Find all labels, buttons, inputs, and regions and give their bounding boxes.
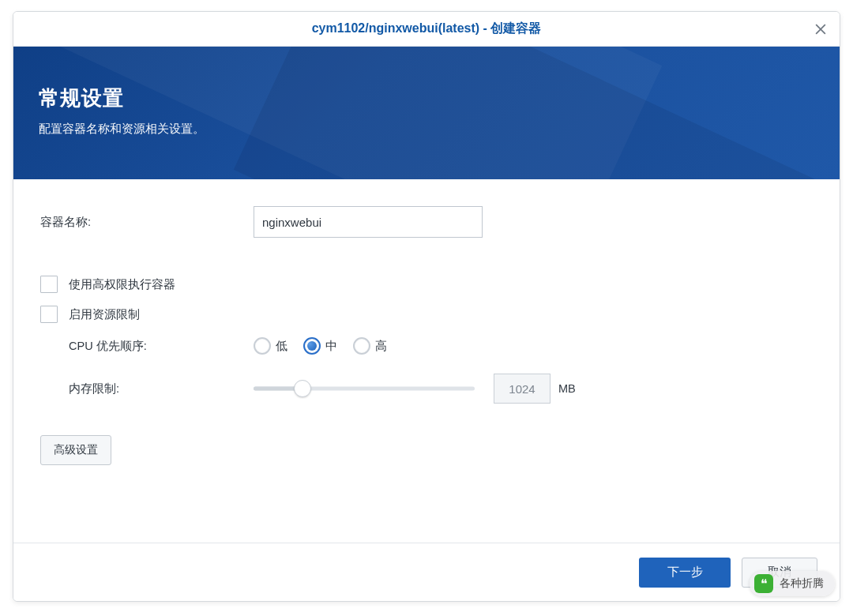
cpu-priority-high[interactable]: 高 bbox=[353, 337, 387, 355]
container-name-label: 容器名称: bbox=[40, 215, 254, 230]
privileged-checkbox-row: 使用高权限执行容器 bbox=[40, 276, 813, 293]
wechat-icon: ❝ bbox=[754, 574, 773, 593]
memory-limit-controls: 1024 MB bbox=[254, 374, 576, 404]
cpu-priority-radios: 低 中 高 bbox=[254, 337, 387, 355]
watermark-badge: ❝ 各种折腾 bbox=[750, 571, 835, 596]
container-name-row: 容器名称: bbox=[40, 206, 813, 238]
radio-icon bbox=[303, 337, 321, 355]
privileged-label: 使用高权限执行容器 bbox=[69, 277, 175, 292]
cpu-priority-row: CPU 优先顺序: 低 中 高 bbox=[40, 337, 813, 355]
radio-icon bbox=[254, 337, 271, 355]
memory-value-field[interactable]: 1024 bbox=[494, 374, 551, 404]
dialog-footer: 下一步 取消 bbox=[13, 543, 840, 601]
titlebar: cym1102/nginxwebui(latest) - 创建容器 bbox=[13, 12, 840, 47]
window-title: cym1102/nginxwebui(latest) - 创建容器 bbox=[312, 21, 542, 37]
slider-thumb-icon[interactable] bbox=[294, 380, 311, 397]
close-icon[interactable] bbox=[813, 21, 829, 37]
resource-limit-label: 启用资源限制 bbox=[69, 307, 140, 322]
memory-limit-label: 内存限制: bbox=[69, 381, 254, 396]
watermark-text: 各种折腾 bbox=[780, 577, 824, 591]
advanced-settings-button[interactable]: 高级设置 bbox=[40, 435, 111, 465]
radio-icon bbox=[353, 337, 370, 355]
form-body: 容器名称: 使用高权限执行容器 启用资源限制 CPU 优先顺序: 低 bbox=[13, 179, 840, 543]
resource-limit-checkbox[interactable] bbox=[40, 306, 58, 323]
privileged-checkbox[interactable] bbox=[40, 276, 58, 293]
cpu-priority-label: CPU 优先顺序: bbox=[69, 339, 254, 354]
memory-unit: MB bbox=[558, 382, 576, 395]
resource-limit-checkbox-row: 启用资源限制 bbox=[40, 306, 813, 323]
page-subtitle: 配置容器名称和资源相关设置。 bbox=[39, 122, 840, 137]
memory-limit-row: 内存限制: 1024 MB bbox=[40, 374, 813, 404]
hero-banner: 常规设置 配置容器名称和资源相关设置。 bbox=[13, 47, 840, 179]
page-title: 常规设置 bbox=[39, 85, 840, 112]
dialog-window: cym1102/nginxwebui(latest) - 创建容器 常规设置 配… bbox=[13, 11, 840, 602]
cpu-priority-low[interactable]: 低 bbox=[254, 337, 287, 355]
container-name-input[interactable] bbox=[254, 206, 483, 238]
next-button[interactable]: 下一步 bbox=[639, 558, 731, 588]
memory-slider[interactable] bbox=[254, 379, 475, 398]
cpu-priority-mid[interactable]: 中 bbox=[303, 337, 337, 355]
